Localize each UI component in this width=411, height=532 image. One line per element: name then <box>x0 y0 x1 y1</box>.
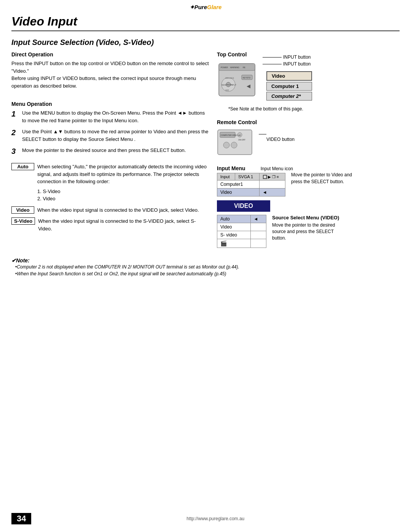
auto-list-item-2: 2. Video <box>37 195 209 203</box>
logo-pure: Pure <box>194 4 207 10</box>
step-3-text: Move the pointer to the desired source a… <box>22 147 209 157</box>
step-3: 3 Move the pointer to the desired source… <box>11 147 209 157</box>
svg-text:⊕1: ⊕1 <box>238 134 241 136</box>
source-select-note: Move the pointer to the desired source a… <box>272 222 344 241</box>
auto-list-item-1: 1. S-Video <box>37 188 209 195</box>
input-cell-comp1-arrow <box>259 181 285 189</box>
step-3-number: 3 <box>11 145 22 157</box>
input-btn-label-1-row: INPUT button <box>263 54 312 60</box>
svg-text:WARNING: WARNING <box>230 66 239 69</box>
source-select-table: Auto ◄ Video S- video 🎬 <box>217 215 266 248</box>
svideo-content: When the video input signal is connected… <box>38 217 209 232</box>
source-cell-svideo: S- video <box>217 231 251 239</box>
video-content: When the video input signal is connected… <box>37 206 209 214</box>
source-cell-auto: Auto <box>217 215 251 223</box>
page-number: 34 <box>11 513 31 524</box>
cascade-boxes: Video Computer 1 Computer 2* <box>266 71 312 102</box>
source-row-auto: Auto ◄ <box>217 215 266 223</box>
right-column: Top Control POWER WARNING RE <box>217 51 400 248</box>
video-button-label: VIDEO button <box>266 137 295 142</box>
svg-text:KEYSTD: KEYSTD <box>243 77 250 79</box>
source-cell-video-icon <box>250 223 266 231</box>
svg-text:POWER: POWER <box>221 66 228 69</box>
input-col-icons: 🔲 ▶ ❐ ≡ <box>259 173 285 181</box>
source-select-wrap: Auto ◄ Video S- video 🎬 <box>217 215 266 248</box>
video-info-box: Video When the video input signal is con… <box>11 206 209 214</box>
top-control-label: Top Control <box>217 51 259 58</box>
video-btn-label-row: VIDEO button <box>259 131 295 142</box>
auto-info-box: Auto When selecting "Auto," the projecto… <box>11 163 209 203</box>
top-control-device: Top Control POWER WARNING RE <box>217 51 259 105</box>
top-control-svg: POWER WARNING RE ON-LOCK OFF MENU INPUT … <box>217 60 259 104</box>
video-bar: VIDEO <box>217 200 270 212</box>
input-menu-section: Input Menu Input Menu icon Input SVGA 1 … <box>217 165 400 197</box>
source-cell-icon: 🎬 <box>217 239 251 248</box>
input-menu-table: Input SVGA 1 🔲 ▶ ❐ ≡ Computer1 Video ◄ <box>217 173 285 197</box>
page-container: ✦PureGlare Video Input Input Source Sele… <box>0 0 411 532</box>
svg-text:SELECT: SELECT <box>226 84 233 86</box>
step-1-number: 1 <box>11 108 22 124</box>
svideo-info-box: S-Video When the video input signal is c… <box>11 217 209 232</box>
input-menu-note: Move the pointer to Video and press the … <box>291 171 360 185</box>
top-control-section: Top Control POWER WARNING RE <box>217 51 400 112</box>
step-1: 1 Use the MENU button to display the On-… <box>11 109 209 124</box>
input-menu-header-row: Input Menu Input Menu icon <box>217 165 400 171</box>
remote-svg: COMPUTER VIDEO ⊕1 ON-OFF <box>217 129 255 158</box>
footer-url: http://www.pureglare.com.au <box>31 516 400 521</box>
input-menu-diagram-row: Input SVGA 1 🔲 ▶ ❐ ≡ Computer1 Video ◄ <box>217 171 400 197</box>
source-select-label: Source Select Menu (VIDEO) <box>272 215 344 220</box>
source-cell-auto-arrow: ◄ <box>250 215 266 223</box>
input-cell-video-arrow: ◄ <box>259 189 285 197</box>
main-content: Direct Operation Press the INPUT button … <box>11 51 400 248</box>
input-menu-header: Input SVGA 1 🔲 ▶ ❐ ≡ <box>217 173 285 181</box>
svg-text:RE: RE <box>243 66 246 69</box>
notes-section: ✔Note: •Computer 2 is not displayed when… <box>11 254 400 277</box>
source-row-icon: 🎬 <box>217 239 266 248</box>
steps-list: 1 Use the MENU button to display the On-… <box>11 109 209 157</box>
remote-diagram: COMPUTER VIDEO ⊕1 ON-OFF VIDEO button <box>217 129 400 158</box>
input-menu-icon-label: Input Menu icon <box>261 166 293 171</box>
step-2: 2 Use the Point ▲▼ buttons to move the r… <box>11 128 209 143</box>
input-btn-label-2: INPUT button <box>283 61 311 67</box>
page-title-bar: Video Input <box>11 13 400 31</box>
page-footer: 34 http://www.pureglare.com.au <box>0 513 411 524</box>
auto-list: 1. S-Video 2. Video <box>37 188 209 203</box>
source-select-note-wrap: Source Select Menu (VIDEO) Move the poin… <box>272 215 344 241</box>
auto-text: When selecting "Auto," the projector aut… <box>37 164 207 184</box>
input-menu-table-wrap: Input SVGA 1 🔲 ▶ ❐ ≡ Computer1 Video ◄ <box>217 171 285 197</box>
input-btn-label-2-row: INPUT button <box>263 61 312 67</box>
menu-operation-section: Menu Operation 1 Use the MENU button to … <box>11 101 209 157</box>
see-note: *See Note at the bottom of this page. <box>228 106 400 112</box>
menu-operation-heading: Menu Operation <box>11 101 209 107</box>
input-cell-video: Video <box>217 189 260 197</box>
svg-text:OFF: OFF <box>225 89 229 91</box>
svg-text:ON-OFF: ON-OFF <box>238 139 245 141</box>
svg-point-22 <box>231 142 237 148</box>
step-2-text: Use the Point ▲▼ buttons to move the red… <box>22 128 209 143</box>
svideo-tag: S-Video <box>11 217 35 225</box>
input-cell-computer1: Computer1 <box>217 181 260 189</box>
logo: ✦PureGlare <box>190 4 222 10</box>
comp1-cascade-box: Computer 1 <box>266 82 312 91</box>
svg-text:ON-LOCK: ON-LOCK <box>225 77 234 79</box>
step-1-text: Use the MENU button to display the On-Sc… <box>22 109 209 124</box>
step-2-number: 2 <box>11 127 22 143</box>
video-cascade-box: Video <box>266 71 312 81</box>
remote-control-section: Remote Control COMPUTER VIDEO ⊕1 ON-OFF <box>217 119 400 158</box>
input-btn-label-1: INPUT button <box>283 54 311 60</box>
note-title: ✔Note: <box>11 257 400 264</box>
source-row-svideo: S- video <box>217 231 266 239</box>
auto-tag: Auto <box>11 163 34 170</box>
remote-control-label: Remote Control <box>217 119 400 125</box>
source-select-row: Auto ◄ Video S- video 🎬 <box>217 215 400 248</box>
page-title: Video Input <box>11 14 77 28</box>
video-tag: Video <box>11 206 34 214</box>
input-col-svga: SVGA 1 <box>235 173 260 181</box>
comp2-cascade-box: Computer 2* <box>266 92 312 101</box>
direct-operation-section: Direct Operation Press the INPUT button … <box>11 51 209 89</box>
section-title: Input Source Selection (Video, S-Video) <box>11 38 400 47</box>
source-cell-video: Video <box>217 223 251 231</box>
input-row-computer1: Computer1 <box>217 181 285 189</box>
left-column: Direct Operation Press the INPUT button … <box>11 51 209 248</box>
input-menu-label: Input Menu <box>217 165 245 171</box>
